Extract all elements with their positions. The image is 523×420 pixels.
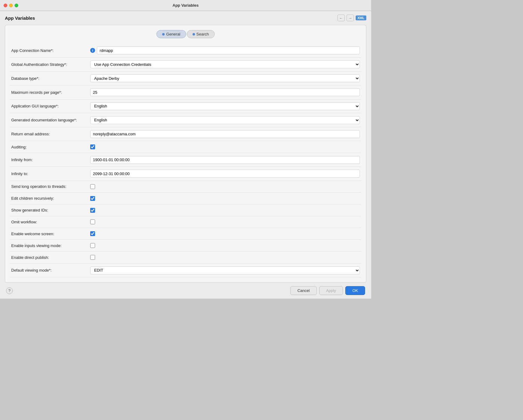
forward-arrow-button[interactable]: → <box>347 15 354 21</box>
form-label-3: Maximum records per page*: <box>10 86 89 100</box>
tab-search[interactable]: Search <box>187 30 215 38</box>
footer-bar: ? Cancel Apply OK <box>5 283 366 299</box>
select-field-4[interactable]: English <box>90 102 360 110</box>
checkbox-field-10[interactable] <box>90 184 95 189</box>
input-field-9[interactable] <box>90 170 360 178</box>
settings-panel: General Search App Connection Name*:iGlo… <box>5 25 366 283</box>
form-field-11 <box>89 193 361 205</box>
tab-general[interactable]: General <box>156 30 186 38</box>
form-field-9 <box>89 167 361 181</box>
form-field-12 <box>89 205 361 216</box>
form-label-8: Infinity from: <box>10 153 89 167</box>
form-label-12: Show generated IDs: <box>10 205 89 216</box>
tab-general-label: General <box>166 32 180 36</box>
form-field-1: Use App Connection Credentials <box>89 58 361 72</box>
form-label-9: Infinity to: <box>10 167 89 181</box>
form-label-0: App Connection Name*: <box>10 44 89 58</box>
form-label-5: Generated documentation language*: <box>10 113 89 127</box>
form-label-14: Enable welcome screen: <box>10 228 89 240</box>
maximize-button[interactable] <box>15 4 18 7</box>
checkbox-field-11[interactable] <box>90 196 95 201</box>
tab-dot-search <box>193 33 195 36</box>
form-field-2: Apache Derby <box>89 72 361 86</box>
tab-dot-general <box>162 33 165 36</box>
tab-search-label: Search <box>197 32 209 36</box>
form-field-6 <box>89 127 361 141</box>
form-grid: App Connection Name*:iGlobal Authenticat… <box>10 44 361 277</box>
form-field-0: i <box>89 44 361 58</box>
form-label-7: Auditing: <box>10 141 89 153</box>
checkbox-field-12[interactable] <box>90 208 95 213</box>
form-field-4: English <box>89 100 361 113</box>
form-label-1: Global Authentication Strategy*: <box>10 58 89 72</box>
form-label-11: Edit children recursively: <box>10 193 89 205</box>
xml-badge[interactable]: XML <box>356 15 366 20</box>
select-field-5[interactable]: English <box>90 116 360 124</box>
select-field-2[interactable]: Apache Derby <box>90 74 360 82</box>
page-title: App Variables <box>5 15 35 21</box>
checkbox-field-7[interactable] <box>90 144 95 149</box>
checkbox-field-13[interactable] <box>90 219 95 224</box>
form-field-3 <box>89 86 361 100</box>
cancel-button[interactable]: Cancel <box>290 286 316 295</box>
form-field-7 <box>89 141 361 153</box>
titlebar: App Variables <box>0 0 371 11</box>
form-field-13 <box>89 216 361 228</box>
form-label-6: Return email address: <box>10 127 89 141</box>
footer-right: Cancel Apply OK <box>290 286 365 295</box>
form-field-10 <box>89 181 361 193</box>
checkbox-field-14[interactable] <box>90 231 95 236</box>
form-label-10: Send long operation to threads: <box>10 181 89 193</box>
main-content: App Variables ← → XML General Search App… <box>0 11 371 299</box>
form-field-17: EDIT <box>89 263 361 277</box>
checkbox-field-15[interactable] <box>90 243 95 248</box>
window-title: App Variables <box>173 3 199 8</box>
form-field-16 <box>89 252 361 263</box>
checkbox-field-16[interactable] <box>90 255 95 260</box>
select-field-17[interactable]: EDIT <box>90 266 360 274</box>
select-field-1[interactable]: Use App Connection Credentials <box>90 60 360 68</box>
form-label-4: Application GUI language*: <box>10 100 89 113</box>
back-arrow-button[interactable]: ← <box>337 15 345 21</box>
form-label-15: Enable inputs viewing mode: <box>10 240 89 252</box>
form-field-8 <box>89 153 361 167</box>
header-actions: ← → XML <box>337 15 366 21</box>
form-label-13: Omit workflow: <box>10 216 89 228</box>
ok-button[interactable]: OK <box>345 286 365 295</box>
input-field-3[interactable] <box>90 88 360 96</box>
help-button[interactable]: ? <box>6 287 13 294</box>
page-header: App Variables ← → XML <box>5 15 366 21</box>
footer-left: ? <box>6 287 13 294</box>
form-label-17: Default viewing mode*: <box>10 263 89 277</box>
traffic-lights <box>4 4 18 7</box>
info-icon: i <box>90 48 95 53</box>
input-field-8[interactable] <box>90 156 360 164</box>
form-field-14 <box>89 228 361 240</box>
form-label-16: Enable direct publish: <box>10 252 89 263</box>
minimize-button[interactable] <box>9 4 13 7</box>
apply-button[interactable]: Apply <box>319 286 343 295</box>
input-field-0[interactable] <box>97 46 360 54</box>
tab-bar: General Search <box>10 30 361 38</box>
form-field-15 <box>89 240 361 252</box>
form-field-5: English <box>89 113 361 127</box>
close-button[interactable] <box>4 4 7 7</box>
form-label-2: Database type*: <box>10 72 89 86</box>
input-field-6[interactable] <box>90 130 360 138</box>
